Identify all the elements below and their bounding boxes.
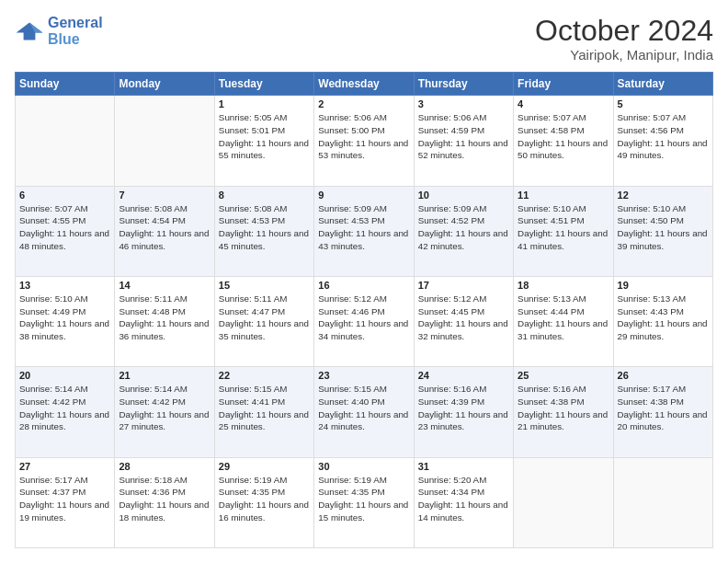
day-number: 10 bbox=[418, 190, 509, 201]
calendar-day-header: Thursday bbox=[414, 73, 513, 96]
calendar-cell: 3Sunrise: 5:06 AM Sunset: 4:59 PM Daylig… bbox=[414, 96, 513, 186]
day-info: Sunrise: 5:07 AM Sunset: 4:56 PM Dayligh… bbox=[618, 111, 709, 162]
logo: General Blue bbox=[15, 15, 103, 48]
day-number: 2 bbox=[318, 98, 409, 109]
calendar-week-row: 1Sunrise: 5:05 AM Sunset: 5:01 PM Daylig… bbox=[16, 96, 713, 186]
calendar-cell: 21Sunrise: 5:14 AM Sunset: 4:42 PM Dayli… bbox=[115, 367, 214, 457]
calendar-cell: 13Sunrise: 5:10 AM Sunset: 4:49 PM Dayli… bbox=[16, 276, 115, 366]
calendar-cell: 30Sunrise: 5:19 AM Sunset: 4:35 PM Dayli… bbox=[314, 457, 414, 547]
day-number: 8 bbox=[219, 190, 310, 201]
day-number: 22 bbox=[219, 370, 310, 381]
day-number: 21 bbox=[119, 370, 210, 381]
calendar-cell bbox=[115, 96, 214, 186]
logo-icon bbox=[15, 17, 44, 46]
day-info: Sunrise: 5:08 AM Sunset: 4:54 PM Dayligh… bbox=[119, 202, 210, 253]
day-info: Sunrise: 5:09 AM Sunset: 4:52 PM Dayligh… bbox=[418, 202, 509, 253]
day-info: Sunrise: 5:13 AM Sunset: 4:43 PM Dayligh… bbox=[618, 293, 709, 343]
day-number: 6 bbox=[19, 190, 110, 201]
calendar-cell: 18Sunrise: 5:13 AM Sunset: 4:44 PM Dayli… bbox=[514, 276, 613, 366]
calendar-day-header: Wednesday bbox=[314, 73, 414, 96]
calendar-week-row: 13Sunrise: 5:10 AM Sunset: 4:49 PM Dayli… bbox=[16, 276, 713, 366]
calendar-week-row: 27Sunrise: 5:17 AM Sunset: 4:37 PM Dayli… bbox=[16, 457, 713, 547]
day-number: 28 bbox=[119, 461, 210, 472]
calendar-cell: 19Sunrise: 5:13 AM Sunset: 4:43 PM Dayli… bbox=[613, 276, 712, 366]
day-number: 23 bbox=[318, 370, 409, 381]
day-info: Sunrise: 5:07 AM Sunset: 4:58 PM Dayligh… bbox=[518, 111, 609, 162]
day-number: 3 bbox=[418, 98, 509, 109]
day-info: Sunrise: 5:17 AM Sunset: 4:38 PM Dayligh… bbox=[618, 383, 709, 433]
calendar-cell: 7Sunrise: 5:08 AM Sunset: 4:54 PM Daylig… bbox=[115, 186, 214, 276]
day-info: Sunrise: 5:10 AM Sunset: 4:49 PM Dayligh… bbox=[19, 293, 110, 343]
day-info: Sunrise: 5:18 AM Sunset: 4:36 PM Dayligh… bbox=[119, 474, 210, 524]
day-number: 27 bbox=[19, 461, 110, 472]
subtitle: Yairipok, Manipur, India bbox=[535, 47, 713, 63]
calendar-cell: 24Sunrise: 5:16 AM Sunset: 4:39 PM Dayli… bbox=[414, 367, 513, 457]
calendar-cell: 17Sunrise: 5:12 AM Sunset: 4:45 PM Dayli… bbox=[414, 276, 513, 366]
calendar-cell: 6Sunrise: 5:07 AM Sunset: 4:55 PM Daylig… bbox=[16, 186, 115, 276]
calendar-day-header: Monday bbox=[115, 73, 214, 96]
day-info: Sunrise: 5:05 AM Sunset: 5:01 PM Dayligh… bbox=[219, 111, 310, 162]
calendar-cell: 25Sunrise: 5:16 AM Sunset: 4:38 PM Dayli… bbox=[514, 367, 613, 457]
main-title: October 2024 bbox=[535, 15, 713, 47]
day-number: 26 bbox=[618, 370, 709, 381]
day-number: 4 bbox=[518, 98, 609, 109]
day-info: Sunrise: 5:14 AM Sunset: 4:42 PM Dayligh… bbox=[119, 383, 210, 433]
calendar-cell: 9Sunrise: 5:09 AM Sunset: 4:53 PM Daylig… bbox=[314, 186, 414, 276]
calendar-cell: 23Sunrise: 5:15 AM Sunset: 4:40 PM Dayli… bbox=[314, 367, 414, 457]
day-info: Sunrise: 5:10 AM Sunset: 4:50 PM Dayligh… bbox=[618, 202, 709, 253]
day-info: Sunrise: 5:17 AM Sunset: 4:37 PM Dayligh… bbox=[19, 474, 110, 524]
calendar-cell: 5Sunrise: 5:07 AM Sunset: 4:56 PM Daylig… bbox=[613, 96, 712, 186]
day-info: Sunrise: 5:12 AM Sunset: 4:46 PM Dayligh… bbox=[318, 293, 409, 343]
calendar-cell: 29Sunrise: 5:19 AM Sunset: 4:35 PM Dayli… bbox=[214, 457, 313, 547]
calendar-cell: 31Sunrise: 5:20 AM Sunset: 4:34 PM Dayli… bbox=[414, 457, 513, 547]
day-number: 15 bbox=[219, 280, 310, 291]
calendar-cell: 20Sunrise: 5:14 AM Sunset: 4:42 PM Dayli… bbox=[16, 367, 115, 457]
day-number: 16 bbox=[318, 280, 409, 291]
day-number: 11 bbox=[518, 190, 609, 201]
day-number: 14 bbox=[119, 280, 210, 291]
day-number: 24 bbox=[418, 370, 509, 381]
title-area: October 2024 Yairipok, Manipur, India bbox=[535, 15, 713, 63]
day-info: Sunrise: 5:15 AM Sunset: 4:40 PM Dayligh… bbox=[318, 383, 409, 433]
day-info: Sunrise: 5:10 AM Sunset: 4:51 PM Dayligh… bbox=[518, 202, 609, 253]
calendar-header-row: SundayMondayTuesdayWednesdayThursdayFrid… bbox=[16, 73, 713, 96]
calendar-cell: 8Sunrise: 5:08 AM Sunset: 4:53 PM Daylig… bbox=[214, 186, 313, 276]
calendar-cell: 2Sunrise: 5:06 AM Sunset: 5:00 PM Daylig… bbox=[314, 96, 414, 186]
day-info: Sunrise: 5:15 AM Sunset: 4:41 PM Dayligh… bbox=[219, 383, 310, 433]
day-info: Sunrise: 5:19 AM Sunset: 4:35 PM Dayligh… bbox=[219, 474, 310, 524]
day-number: 29 bbox=[219, 461, 310, 472]
calendar-cell: 10Sunrise: 5:09 AM Sunset: 4:52 PM Dayli… bbox=[414, 186, 513, 276]
calendar-cell: 12Sunrise: 5:10 AM Sunset: 4:50 PM Dayli… bbox=[613, 186, 712, 276]
day-number: 20 bbox=[19, 370, 110, 381]
calendar-cell: 22Sunrise: 5:15 AM Sunset: 4:41 PM Dayli… bbox=[214, 367, 313, 457]
calendar-cell: 26Sunrise: 5:17 AM Sunset: 4:38 PM Dayli… bbox=[613, 367, 712, 457]
day-info: Sunrise: 5:07 AM Sunset: 4:55 PM Dayligh… bbox=[19, 202, 110, 253]
day-info: Sunrise: 5:08 AM Sunset: 4:53 PM Dayligh… bbox=[219, 202, 310, 253]
day-info: Sunrise: 5:13 AM Sunset: 4:44 PM Dayligh… bbox=[518, 293, 609, 343]
calendar-day-header: Friday bbox=[514, 73, 613, 96]
day-info: Sunrise: 5:16 AM Sunset: 4:39 PM Dayligh… bbox=[418, 383, 509, 433]
calendar-cell: 14Sunrise: 5:11 AM Sunset: 4:48 PM Dayli… bbox=[115, 276, 214, 366]
day-number: 5 bbox=[618, 98, 709, 109]
calendar-cell: 1Sunrise: 5:05 AM Sunset: 5:01 PM Daylig… bbox=[214, 96, 313, 186]
day-info: Sunrise: 5:06 AM Sunset: 5:00 PM Dayligh… bbox=[318, 111, 409, 162]
day-info: Sunrise: 5:16 AM Sunset: 4:38 PM Dayligh… bbox=[518, 383, 609, 433]
calendar-cell: 16Sunrise: 5:12 AM Sunset: 4:46 PM Dayli… bbox=[314, 276, 414, 366]
calendar-cell bbox=[16, 96, 115, 186]
calendar-cell: 28Sunrise: 5:18 AM Sunset: 4:36 PM Dayli… bbox=[115, 457, 214, 547]
day-number: 30 bbox=[318, 461, 409, 472]
calendar-day-header: Sunday bbox=[16, 73, 115, 96]
header: General Blue October 2024 Yairipok, Mani… bbox=[15, 15, 713, 63]
day-number: 9 bbox=[318, 190, 409, 201]
calendar-cell: 11Sunrise: 5:10 AM Sunset: 4:51 PM Dayli… bbox=[514, 186, 613, 276]
calendar-table: SundayMondayTuesdayWednesdayThursdayFrid… bbox=[15, 72, 713, 548]
day-info: Sunrise: 5:19 AM Sunset: 4:35 PM Dayligh… bbox=[318, 474, 409, 524]
calendar-cell bbox=[514, 457, 613, 547]
day-number: 19 bbox=[618, 280, 709, 291]
day-number: 13 bbox=[19, 280, 110, 291]
calendar-cell: 15Sunrise: 5:11 AM Sunset: 4:47 PM Dayli… bbox=[214, 276, 313, 366]
day-number: 1 bbox=[219, 98, 310, 109]
day-info: Sunrise: 5:11 AM Sunset: 4:47 PM Dayligh… bbox=[219, 293, 310, 343]
day-number: 31 bbox=[418, 461, 509, 472]
calendar-week-row: 6Sunrise: 5:07 AM Sunset: 4:55 PM Daylig… bbox=[16, 186, 713, 276]
